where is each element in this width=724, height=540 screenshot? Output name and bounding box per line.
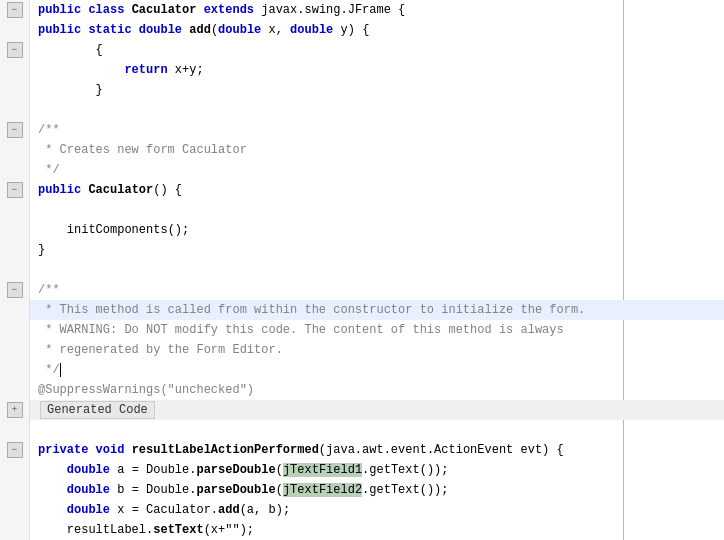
code-line: * Creates new form Caculator (0, 140, 724, 160)
keyword: double (67, 463, 117, 477)
gutter-empty (0, 380, 30, 400)
collapse-icon[interactable]: − (7, 42, 23, 58)
gutter-empty (0, 200, 30, 220)
keyword: return (124, 63, 174, 77)
code-text: x, (269, 23, 291, 37)
comment-text: * WARNING: Do NOT modify this code. The … (38, 323, 564, 337)
gutter-empty (0, 20, 30, 40)
keyword: void (96, 443, 132, 457)
line-content: initComponents(); (30, 220, 724, 240)
gutter-empty (0, 240, 30, 260)
gutter-empty (0, 160, 30, 180)
line-content: */ (30, 360, 724, 380)
gutter-empty (0, 60, 30, 80)
collapse-icon[interactable]: − (7, 442, 23, 458)
comment-text: /** (38, 283, 60, 297)
collapse-icon[interactable]: − (7, 122, 23, 138)
gutter-collapse[interactable]: − (0, 280, 30, 300)
method-name: parseDouble (196, 483, 275, 497)
code-text: resultLabel. (67, 523, 153, 537)
method-name: add (218, 503, 240, 517)
code-line: double x = Caculator.add(a, b); (0, 500, 724, 520)
gutter-empty (0, 460, 30, 480)
line-content: double a = Double.parseDouble(jTextField… (30, 460, 724, 480)
keyword: static (88, 23, 138, 37)
code-line: − /** (0, 280, 724, 300)
collapse-icon[interactable]: + (7, 402, 23, 418)
gutter-empty (0, 100, 30, 120)
keyword: class (88, 3, 131, 17)
line-content: public static double add(double x, doubl… (30, 20, 724, 40)
code-line (0, 200, 724, 220)
line-content: public class Caculator extends javax.swi… (30, 0, 724, 20)
code-line: initComponents(); (0, 220, 724, 240)
code-line: − public Caculator() { (0, 180, 724, 200)
highlighted-ref: jTextField2 (283, 483, 362, 497)
comment-text: * regenerated by the Form Editor. (38, 343, 283, 357)
line-content: * regenerated by the Form Editor. (30, 340, 724, 360)
keyword: double (218, 23, 268, 37)
line-content (30, 200, 724, 220)
code-line: @SuppressWarnings("unchecked") (0, 380, 724, 400)
line-content: return x+y; (30, 60, 724, 80)
code-text: } (96, 83, 103, 97)
gutter-empty (0, 220, 30, 240)
code-text: .getText()); (362, 463, 448, 477)
gutter-collapse[interactable]: − (0, 120, 30, 140)
code-line: − public class Caculator extends javax.s… (0, 0, 724, 20)
code-text: } (38, 243, 45, 257)
line-content: public Caculator() { (30, 180, 724, 200)
gutter-empty (0, 500, 30, 520)
comment-text: */ (38, 163, 60, 177)
code-line: */ (0, 160, 724, 180)
code-line: double b = Double.parseDouble(jTextField… (0, 480, 724, 500)
code-editor: − public class Caculator extends javax.s… (0, 0, 724, 540)
keyword: double (139, 23, 189, 37)
method-name: resultLabelActionPerformed (132, 443, 319, 457)
gutter-collapse[interactable]: − (0, 40, 30, 60)
collapse-icon[interactable]: − (7, 182, 23, 198)
line-content: * Creates new form Caculator (30, 140, 724, 160)
comment-text: */ (38, 363, 60, 377)
keyword: double (290, 23, 340, 37)
gutter-collapse[interactable]: − (0, 180, 30, 200)
code-line: double a = Double.parseDouble(jTextField… (0, 460, 724, 480)
comment-text: * Creates new form Caculator (38, 143, 247, 157)
class-name: Caculator (132, 3, 204, 17)
code-line (0, 100, 724, 120)
gutter-collapse[interactable]: + (0, 400, 30, 420)
code-text: b = Double. (117, 483, 196, 497)
code-text: .getText()); (362, 483, 448, 497)
gutter-collapse[interactable]: − (0, 440, 30, 460)
code-line (0, 420, 724, 440)
class-name: Caculator (88, 183, 153, 197)
annotation-text: @SuppressWarnings("unchecked") (38, 383, 254, 397)
collapse-icon[interactable]: − (7, 282, 23, 298)
gutter-empty (0, 520, 30, 540)
collapse-icon[interactable]: − (7, 2, 23, 18)
code-line: resultLabel.setText(x+""); (0, 520, 724, 540)
line-content (30, 260, 724, 280)
code-line: } (0, 80, 724, 100)
line-content: */ (30, 160, 724, 180)
comment-text: /** (38, 123, 60, 137)
keyword: public (38, 23, 88, 37)
code-text: ( (211, 23, 218, 37)
line-content: Generated Code (30, 400, 724, 420)
gutter-collapse[interactable]: − (0, 0, 30, 20)
code-line: } (0, 240, 724, 260)
code-text: () { (153, 183, 182, 197)
gutter-empty (0, 80, 30, 100)
method-name: parseDouble (196, 463, 275, 477)
gutter-empty (0, 480, 30, 500)
code-text: ( (276, 483, 283, 497)
line-content: @SuppressWarnings("unchecked") (30, 380, 724, 400)
code-text: a = Double. (117, 463, 196, 477)
line-content: private void resultLabelActionPerformed(… (30, 440, 724, 460)
line-content (30, 100, 724, 120)
line-content: /** (30, 280, 724, 300)
line-content: } (30, 240, 724, 260)
generated-code-button[interactable]: Generated Code (40, 401, 155, 419)
code-line: − { (0, 40, 724, 60)
line-content: /** (30, 120, 724, 140)
